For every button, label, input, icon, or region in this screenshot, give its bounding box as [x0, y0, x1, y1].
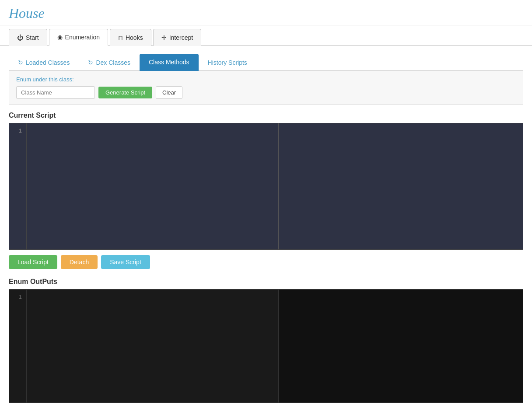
- sub-tab-class-methods[interactable]: Class Methods: [140, 54, 199, 71]
- detach-button[interactable]: Detach: [61, 255, 98, 269]
- script-textarea[interactable]: [27, 123, 278, 249]
- nav-tab-hooks[interactable]: ⊓ Hooks: [110, 29, 151, 46]
- sub-tab-dex-classes[interactable]: ↻ Dex Classes: [79, 54, 140, 71]
- app-title: House: [9, 5, 523, 21]
- circle-icon: ◉: [57, 34, 63, 41]
- clear-button[interactable]: Clear: [156, 86, 182, 99]
- output-area-left: [27, 290, 278, 402]
- intercept-icon: ✛: [161, 34, 167, 41]
- app-header: House: [0, 0, 532, 25]
- nav-tab-hooks-label: Hooks: [126, 34, 143, 41]
- output-area-right: [278, 290, 523, 402]
- nav-tab-intercept-label: Intercept: [169, 34, 193, 41]
- sub-tab-history-scripts-label: History Scripts: [208, 59, 247, 66]
- enum-outputs-editor: 1: [9, 289, 523, 403]
- power-icon: ⏻: [17, 34, 23, 41]
- refresh-icon-loaded: ↻: [18, 59, 23, 66]
- sub-tab-history-scripts[interactable]: History Scripts: [199, 54, 256, 71]
- refresh-icon-dex: ↻: [88, 59, 93, 66]
- nav-tab-intercept[interactable]: ✛ Intercept: [153, 29, 201, 46]
- nav-bar: ⏻ Start ◉ Enumeration ⊓ Hooks ✛ Intercep…: [0, 28, 532, 46]
- line-number-1: 1: [14, 127, 22, 136]
- sub-tab-loaded-classes-label: Loaded Classes: [26, 59, 70, 66]
- current-script-title: Current Script: [9, 112, 523, 119]
- enum-label: Enum under this class:: [16, 76, 516, 83]
- sub-tab-class-methods-label: Class Methods: [149, 59, 189, 66]
- sub-tab-loaded-classes[interactable]: ↻ Loaded Classes: [9, 54, 79, 71]
- save-script-button[interactable]: Save Script: [101, 255, 150, 269]
- main-content: ↻ Loaded Classes ↻ Dex Classes Class Met…: [0, 46, 532, 406]
- script-right-panel: [278, 123, 523, 249]
- current-script-editor: 1: [9, 123, 523, 250]
- nav-tab-enumeration[interactable]: ◉ Enumeration: [49, 29, 108, 46]
- class-name-input[interactable]: [16, 86, 95, 99]
- output-line-numbers: 1: [9, 290, 27, 402]
- line-numbers-left: 1: [9, 123, 27, 249]
- action-buttons: Load Script Detach Save Script: [9, 255, 523, 269]
- nav-tab-start-label: Start: [26, 34, 39, 41]
- enum-outputs-title: Enum OutPuts: [9, 278, 523, 286]
- nav-tab-enumeration-label: Enumeration: [65, 34, 100, 41]
- enum-panel: Enum under this class: Generate Script C…: [9, 71, 523, 105]
- generate-script-button[interactable]: Generate Script: [98, 87, 152, 98]
- output-line-number-1: 1: [14, 293, 22, 302]
- nav-tab-start[interactable]: ⏻ Start: [9, 29, 47, 46]
- sub-tabs: ↻ Loaded Classes ↻ Dex Classes Class Met…: [9, 53, 523, 71]
- sub-tab-dex-classes-label: Dex Classes: [96, 59, 130, 66]
- hooks-icon: ⊓: [118, 34, 123, 41]
- load-script-button[interactable]: Load Script: [9, 255, 57, 269]
- enum-controls: Generate Script Clear: [16, 86, 516, 99]
